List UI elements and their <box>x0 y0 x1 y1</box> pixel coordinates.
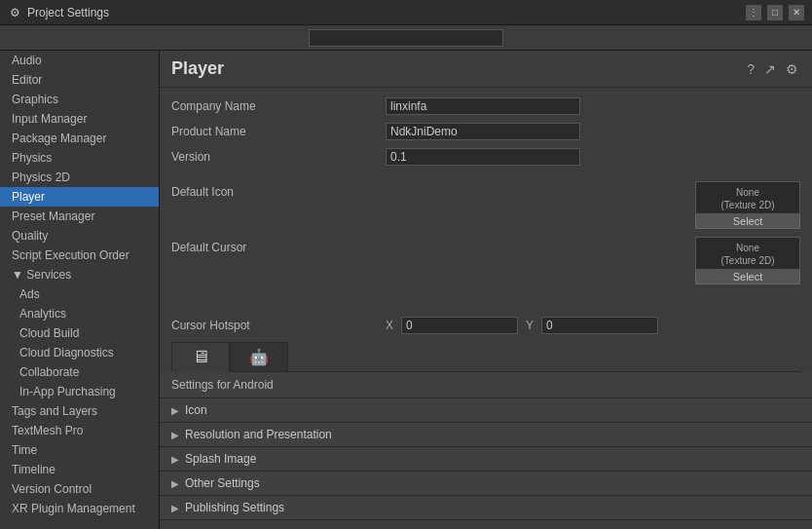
sidebar-item-physics[interactable]: Physics <box>0 148 159 168</box>
settings-for-label: Settings for Android <box>160 372 812 398</box>
publishing-section-label: Publishing Settings <box>185 501 284 514</box>
main-area: AudioEditorGraphicsInput ManagerPackage … <box>0 51 812 529</box>
sidebar-item-preset-manager[interactable]: Preset Manager <box>0 207 159 226</box>
title-bar-close-btn[interactable]: ✕ <box>789 5 804 20</box>
cursor-y-input[interactable] <box>541 317 658 334</box>
publishing-arrow: ▶ <box>171 503 179 513</box>
search-input[interactable] <box>309 29 503 47</box>
icon-texture-label: None(Texture 2D) <box>695 181 800 214</box>
other-arrow: ▶ <box>171 478 179 489</box>
icon-section: ▶ Icon <box>160 398 812 423</box>
sidebar-item-graphics[interactable]: Graphics <box>0 90 159 109</box>
other-section-label: Other Settings <box>185 476 260 490</box>
sidebar-item-collaborate[interactable]: Collaborate <box>0 362 159 382</box>
product-name-row: Product Name <box>171 121 800 142</box>
cursor-hotspot-fields: X Y <box>386 317 800 334</box>
version-value <box>386 148 800 166</box>
company-name-value <box>386 97 800 115</box>
title-bar-controls: ⋮ □ ✕ <box>746 5 804 20</box>
title-bar-maximize-btn[interactable]: □ <box>767 5 783 20</box>
title-bar: ⚙ Project Settings ⋮ □ ✕ <box>0 0 812 25</box>
version-label: Version <box>171 150 386 164</box>
splash-arrow: ▶ <box>171 454 179 465</box>
sidebar-item-textmesh-pro[interactable]: TextMesh Pro <box>0 421 159 440</box>
product-name-value <box>386 123 800 140</box>
android-icon: 🤖 <box>249 348 269 366</box>
cursor-select-btn[interactable]: Select <box>695 270 800 284</box>
resolution-section-header[interactable]: ▶ Resolution and Presentation <box>160 423 812 446</box>
sidebar-item-cloud-diagnostics[interactable]: Cloud Diagnostics <box>0 343 159 362</box>
tab-android[interactable]: 🤖 <box>230 342 288 371</box>
icon-select-btn[interactable]: Select <box>695 214 800 229</box>
version-input[interactable] <box>386 148 580 166</box>
cursor-texture-panel: None(Texture 2D) Select <box>695 237 800 284</box>
search-bar <box>0 25 812 51</box>
x-label: X <box>386 319 393 332</box>
sidebar-item-audio[interactable]: Audio <box>0 51 159 70</box>
content-panel: Player ? ↗ ⚙ Company Name Product Name <box>160 51 812 529</box>
sidebar-item-script-execution[interactable]: Script Execution Order <box>0 246 159 265</box>
sidebar-item-time[interactable]: Time <box>0 440 159 460</box>
sidebar-item-xr-plugin[interactable]: XR Plugin Management <box>0 499 159 518</box>
resolution-section-label: Resolution and Presentation <box>185 428 332 441</box>
company-name-input[interactable] <box>386 97 580 115</box>
sidebar-item-analytics[interactable]: Analytics <box>0 304 159 323</box>
help-icon-btn[interactable]: ? <box>745 59 757 79</box>
cursor-hotspot-row: Cursor Hotspot X Y <box>160 317 812 334</box>
settings-icon: ⚙ <box>8 6 21 19</box>
icon-arrow: ▶ <box>171 405 179 416</box>
title-bar-menu-btn[interactable]: ⋮ <box>746 5 761 20</box>
version-row: Version <box>171 146 800 168</box>
company-name-label: Company Name <box>171 99 386 113</box>
default-icon-label: Default Icon <box>171 181 386 199</box>
cursor-x-input[interactable] <box>401 317 518 334</box>
default-cursor-section: Default Cursor None(Texture 2D) Select <box>160 235 812 313</box>
default-icon-section: Default Icon None(Texture 2D) Select <box>160 179 812 231</box>
publishing-section-header[interactable]: ▶ Publishing Settings <box>160 496 812 519</box>
content-header: Player ? ↗ ⚙ <box>160 51 812 88</box>
page-title: Player <box>171 58 745 79</box>
icon-section-label: Icon <box>185 403 207 417</box>
sidebar-item-cloud-build[interactable]: Cloud Build <box>0 323 159 343</box>
sidebar-item-package-manager[interactable]: Package Manager <box>0 129 159 148</box>
sidebar-item-version-control[interactable]: Version Control <box>0 479 159 499</box>
sidebar-item-in-app-purchasing[interactable]: In-App Purchasing <box>0 382 159 401</box>
resolution-arrow: ▶ <box>171 430 179 440</box>
sidebar-item-services[interactable]: ▼ Services <box>0 265 159 284</box>
icon-texture-panel: None(Texture 2D) Select <box>695 181 800 229</box>
sidebar-item-ads[interactable]: Ads <box>0 284 159 304</box>
sidebar: AudioEditorGraphicsInput ManagerPackage … <box>0 51 160 529</box>
product-name-label: Product Name <box>171 125 386 138</box>
layout-icon-btn[interactable]: ↗ <box>762 59 778 79</box>
sidebar-item-physics-2d[interactable]: Physics 2D <box>0 168 159 187</box>
platform-tabs: 🖥 🤖 <box>171 342 800 372</box>
publishing-section: ▶ Publishing Settings <box>160 496 812 520</box>
company-name-row: Company Name <box>171 95 800 117</box>
other-section: ▶ Other Settings <box>160 472 812 496</box>
title-bar-text: Project Settings <box>27 6 109 19</box>
sidebar-item-input-manager[interactable]: Input Manager <box>0 109 159 129</box>
icon-section-header[interactable]: ▶ Icon <box>160 398 812 422</box>
desktop-icon: 🖥 <box>192 347 209 367</box>
sidebar-item-quality[interactable]: Quality <box>0 226 159 246</box>
sidebar-item-tags-layers[interactable]: Tags and Layers <box>0 401 159 421</box>
splash-section: ▶ Splash Image <box>160 447 812 472</box>
y-label: Y <box>526 319 534 332</box>
sidebar-item-timeline[interactable]: Timeline <box>0 460 159 479</box>
sidebar-item-player[interactable]: Player <box>0 187 159 207</box>
form-section: Company Name Product Name Version <box>160 88 812 179</box>
resolution-section: ▶ Resolution and Presentation <box>160 423 812 447</box>
splash-section-header[interactable]: ▶ Splash Image <box>160 447 812 471</box>
cursor-texture-label: None(Texture 2D) <box>695 237 800 270</box>
default-cursor-label: Default Cursor <box>171 237 386 254</box>
sidebar-item-editor[interactable]: Editor <box>0 70 159 90</box>
header-icons: ? ↗ ⚙ <box>745 59 800 79</box>
splash-section-label: Splash Image <box>185 452 256 466</box>
cursor-hotspot-label: Cursor Hotspot <box>171 319 386 332</box>
settings-icon-btn[interactable]: ⚙ <box>784 59 800 79</box>
other-section-header[interactable]: ▶ Other Settings <box>160 472 812 495</box>
product-name-input[interactable] <box>386 123 580 140</box>
tab-desktop[interactable]: 🖥 <box>171 342 230 372</box>
